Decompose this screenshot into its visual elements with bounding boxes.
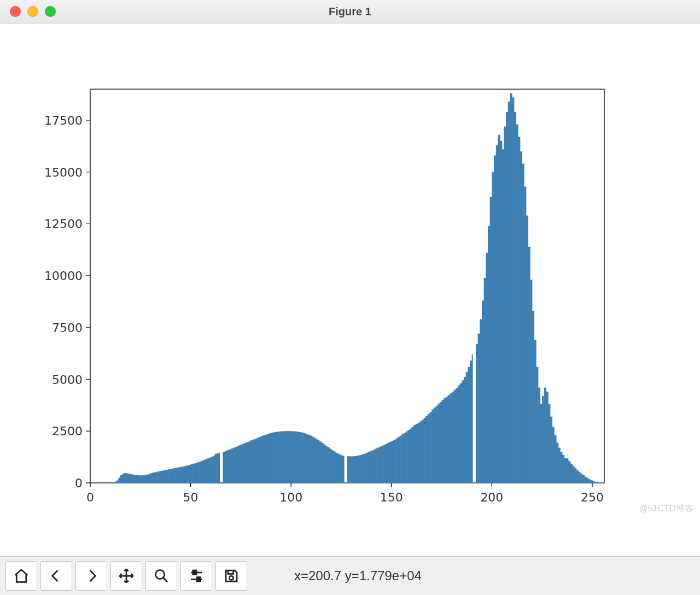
svg-rect-143 <box>401 434 404 483</box>
svg-rect-126 <box>368 452 370 483</box>
svg-rect-76 <box>265 435 267 483</box>
svg-rect-176 <box>468 367 470 483</box>
svg-rect-47 <box>205 459 207 483</box>
svg-rect-157 <box>430 412 432 483</box>
svg-rect-154 <box>424 418 426 483</box>
svg-rect-127 <box>369 451 371 483</box>
svg-rect-271 <box>193 570 196 575</box>
svg-rect-218 <box>554 435 556 483</box>
svg-rect-85 <box>283 431 285 483</box>
svg-rect-168 <box>452 392 454 483</box>
home-button[interactable] <box>5 561 37 591</box>
svg-rect-213 <box>544 388 546 483</box>
svg-rect-36 <box>183 466 185 483</box>
svg-rect-187 <box>492 172 494 483</box>
svg-rect-221 <box>560 452 562 483</box>
svg-rect-42 <box>195 463 197 483</box>
svg-text:0: 0 <box>86 491 94 504</box>
svg-rect-8 <box>126 474 129 483</box>
svg-rect-17 <box>144 475 147 483</box>
svg-text:17500: 17500 <box>44 114 83 127</box>
svg-rect-170 <box>456 388 458 483</box>
svg-rect-146 <box>407 430 410 483</box>
svg-rect-239 <box>596 482 598 483</box>
svg-rect-198 <box>514 112 516 483</box>
svg-rect-113 <box>339 454 341 483</box>
svg-rect-55 <box>223 452 225 483</box>
svg-rect-210 <box>538 388 540 483</box>
svg-rect-60 <box>233 448 235 483</box>
svg-rect-56 <box>225 451 227 483</box>
svg-rect-33 <box>177 468 179 483</box>
svg-rect-29 <box>168 469 171 483</box>
svg-rect-177 <box>470 360 472 483</box>
svg-rect-78 <box>269 433 271 483</box>
close-icon[interactable] <box>10 6 21 17</box>
zoom-window-icon[interactable] <box>45 6 56 17</box>
svg-rect-97 <box>307 435 310 483</box>
svg-rect-122 <box>359 455 361 483</box>
svg-text:5000: 5000 <box>52 373 83 387</box>
svg-rect-89 <box>291 431 293 483</box>
svg-rect-90 <box>293 431 295 483</box>
svg-rect-20 <box>150 473 153 483</box>
svg-rect-203 <box>524 186 526 483</box>
back-button[interactable] <box>40 561 72 591</box>
svg-rect-72 <box>257 438 259 483</box>
svg-rect-184 <box>486 253 488 483</box>
svg-rect-207 <box>532 311 534 483</box>
svg-rect-87 <box>287 431 289 483</box>
svg-rect-178 <box>472 354 473 483</box>
zoom-button[interactable] <box>145 561 177 591</box>
coordinate-readout: x=200.7 y=1.779e+04 <box>294 568 422 584</box>
svg-rect-193 <box>504 126 506 483</box>
svg-rect-115 <box>343 456 345 483</box>
svg-rect-200 <box>518 137 520 483</box>
svg-rect-7 <box>124 473 126 483</box>
home-icon <box>13 568 30 584</box>
svg-rect-52 <box>215 454 217 483</box>
svg-rect-209 <box>536 367 538 483</box>
svg-rect-111 <box>335 453 337 483</box>
pan-button[interactable] <box>110 561 142 591</box>
svg-rect-206 <box>530 280 532 483</box>
svg-rect-232 <box>582 475 585 483</box>
svg-text:0: 0 <box>75 476 83 490</box>
svg-rect-128 <box>371 451 374 483</box>
svg-rect-103 <box>319 441 322 483</box>
svg-rect-5 <box>120 475 122 483</box>
svg-rect-38 <box>186 465 189 483</box>
svg-text:10000: 10000 <box>44 269 83 283</box>
svg-rect-205 <box>528 247 530 483</box>
svg-rect-83 <box>279 431 281 483</box>
svg-text:250: 250 <box>581 491 604 504</box>
svg-rect-195 <box>508 102 510 483</box>
minimize-icon[interactable] <box>27 6 38 17</box>
svg-rect-155 <box>425 416 428 483</box>
svg-rect-141 <box>398 437 400 483</box>
magnify-icon <box>153 568 170 584</box>
svg-rect-2 <box>114 482 116 483</box>
svg-rect-94 <box>301 433 304 483</box>
svg-rect-230 <box>578 472 580 483</box>
figure-canvas[interactable]: 050100150200250 025005000750010000125001… <box>0 24 700 556</box>
svg-rect-133 <box>381 446 383 483</box>
svg-rect-110 <box>333 451 335 483</box>
svg-rect-167 <box>450 393 452 483</box>
svg-rect-174 <box>464 377 466 483</box>
svg-rect-134 <box>383 445 386 483</box>
svg-rect-140 <box>395 439 398 483</box>
svg-rect-1 <box>112 482 114 483</box>
svg-rect-188 <box>494 155 496 483</box>
svg-rect-204 <box>526 215 528 483</box>
save-button[interactable] <box>215 561 247 591</box>
svg-rect-233 <box>584 477 586 483</box>
svg-rect-27 <box>165 470 167 483</box>
svg-rect-164 <box>444 398 446 483</box>
histogram-chart: 050100150200250 025005000750010000125001… <box>0 24 700 557</box>
svg-rect-135 <box>386 444 388 483</box>
svg-rect-235 <box>588 479 591 483</box>
configure-button[interactable] <box>180 561 212 591</box>
forward-button[interactable] <box>75 561 107 591</box>
svg-rect-163 <box>442 400 444 483</box>
